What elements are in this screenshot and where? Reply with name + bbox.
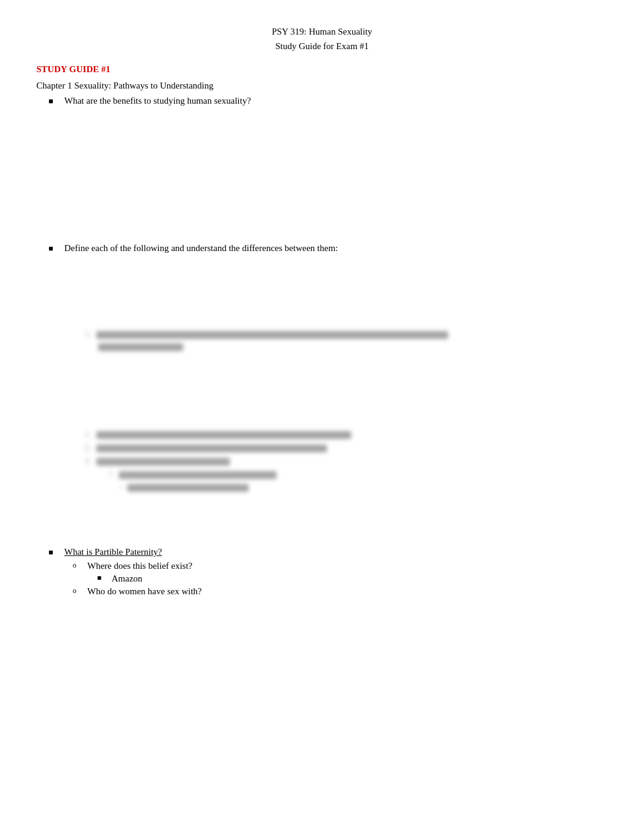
sub-bullet-text-belief: Where does this belief exist? (87, 561, 192, 571)
sub-sub-bullet-text-amazon: Amazon (112, 574, 143, 584)
bullet-symbol-2: ■ (49, 244, 58, 253)
sub-bullet-symbol-o2: o (73, 586, 81, 595)
document-header: PSY 319: Human Sexuality Study Guide for… (36, 24, 608, 53)
blurred-content-1: 1. (85, 330, 608, 351)
bullet-item-benefits: ■ What are the benefits to studying huma… (36, 96, 608, 106)
bullet-item-define: ■ Define each of the following and under… (36, 243, 608, 253)
blurred-content-2: 1. 2. 3. 7. • (85, 430, 608, 492)
paternity-link: What is Partible Paternity? (64, 547, 162, 557)
bullet-item-paternity: ■ What is Partible Paternity? (36, 547, 608, 557)
sub-sub-bullet-symbol-amazon: ■ (97, 574, 106, 583)
bullet-symbol-1: ■ (49, 96, 58, 106)
chapter-title: Chapter 1 Sexuality: Pathways to Underst… (36, 81, 608, 91)
spacer-1 (36, 110, 608, 243)
course-title: PSY 319: Human Sexuality (36, 24, 608, 39)
bullet-text-paternity: What is Partible Paternity? (64, 547, 162, 557)
spacer-3 (36, 363, 608, 418)
bullet-text-define: Define each of the following and underst… (64, 243, 338, 253)
exam-title: Study Guide for Exam #1 (36, 39, 608, 53)
sub-bullet-belief: o Where does this belief exist? (36, 561, 608, 571)
bullet-symbol-3: ■ (49, 548, 58, 557)
bullet-text-benefits: What are the benefits to studying human … (64, 96, 251, 106)
sub-bullet-text-women: Who do women have sex with? (87, 586, 202, 597)
sub-bullet-women: o Who do women have sex with? (36, 586, 608, 597)
sub-bullet-symbol-o: o (73, 561, 81, 570)
sub-sub-bullet-amazon: ■ Amazon (36, 574, 608, 584)
spacer-2 (36, 257, 608, 318)
study-guide-heading: STUDY GUIDE #1 (36, 64, 608, 75)
spacer-4 (36, 498, 608, 547)
